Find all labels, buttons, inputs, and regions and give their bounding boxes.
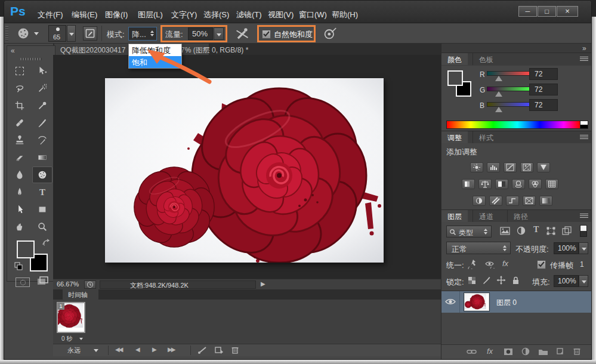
maximize-button[interactable]: □ <box>538 6 556 17</box>
swap-colors-icon[interactable] <box>42 238 50 246</box>
flow-value-box[interactable]: 50% <box>188 27 213 40</box>
spectrum-white-swatch[interactable] <box>580 121 588 125</box>
layer-visibility-toggle[interactable] <box>445 298 456 306</box>
menu-layer[interactable]: 图层(L) <box>138 10 163 20</box>
adj-exposure-button[interactable] <box>520 162 533 172</box>
airbrush-toggle[interactable] <box>234 26 250 41</box>
spectrum-black-swatch[interactable] <box>580 125 588 129</box>
tool-healing-brush[interactable] <box>10 115 30 131</box>
color-fg-swatch[interactable] <box>447 70 463 86</box>
screen-mode-button[interactable] <box>36 275 50 288</box>
toolbar-grip[interactable] <box>20 58 42 60</box>
layer-filter-select[interactable]: 类型 <box>446 226 492 237</box>
tab-channels[interactable]: 通道 <box>473 210 499 222</box>
filter-kind-shape-button[interactable] <box>546 227 555 235</box>
menu-image[interactable]: 图像(I) <box>105 10 128 20</box>
vibrance-checkbox[interactable] <box>262 29 271 39</box>
tab-adjustments[interactable]: 调整 <box>441 131 468 143</box>
channel-b-slider[interactable] <box>487 102 531 107</box>
tab-color[interactable]: 颜色 <box>441 53 468 65</box>
channel-r-slider[interactable] <box>487 71 531 76</box>
play-button[interactable]: ▶ <box>152 346 157 353</box>
brush-dropdown-button[interactable] <box>67 25 76 42</box>
tool-preset-picker[interactable] <box>15 26 41 41</box>
link-layers-button[interactable] <box>467 348 477 355</box>
next-frame-button[interactable]: ▶▶ <box>168 346 174 353</box>
toggle-brush-panel-button[interactable] <box>83 26 97 41</box>
tool-sponge-selected[interactable] <box>32 166 53 183</box>
pasteboard[interactable] <box>53 55 441 279</box>
channel-g-value[interactable]: 72 <box>529 84 558 95</box>
mode-select[interactable]: 降... <box>128 27 157 41</box>
adj-hue-sat-button[interactable] <box>462 179 475 189</box>
tool-clone-stamp[interactable] <box>10 132 30 149</box>
menu-type[interactable]: 文字(Y) <box>171 10 197 20</box>
options-grip[interactable] <box>5 26 8 41</box>
propagate-checkbox[interactable] <box>537 259 546 270</box>
status-icon-button[interactable] <box>84 280 96 289</box>
menu-help[interactable]: 帮助(H) <box>332 10 358 20</box>
tool-path-select[interactable] <box>10 201 30 218</box>
fill-dropdown-button[interactable] <box>579 275 588 287</box>
loop-selector[interactable]: 永远 <box>64 346 102 355</box>
adj-selective-color-button[interactable] <box>539 196 552 206</box>
add-mask-button[interactable] <box>504 348 513 356</box>
blend-mode-select[interactable]: 正常 <box>446 242 511 254</box>
tool-type[interactable]: T <box>32 184 53 200</box>
tool-crop[interactable] <box>10 97 30 114</box>
adj-curves-button[interactable] <box>504 162 517 172</box>
unify-visibility-button[interactable] <box>484 260 495 269</box>
brush-picker[interactable]: 65 <box>48 25 77 42</box>
layer-thumbnail[interactable] <box>464 293 489 311</box>
dock-collapse-icon[interactable]: » <box>582 44 586 53</box>
channel-b-value[interactable]: 72 <box>529 99 558 111</box>
adj-gradient-map-button[interactable] <box>523 196 536 206</box>
unify-position-button[interactable] <box>468 259 478 269</box>
minimize-button[interactable]: ─ <box>518 6 537 17</box>
tool-move[interactable] <box>32 63 53 79</box>
new-adjustment-button[interactable] <box>521 347 530 356</box>
menu-select[interactable]: 选择(S) <box>203 10 229 20</box>
fill-value-box[interactable]: 100% <box>554 275 579 287</box>
adj-color-balance-button[interactable] <box>478 179 492 189</box>
adj-photo-filter-button[interactable] <box>512 179 525 189</box>
channel-r-thumb[interactable] <box>495 76 502 81</box>
channel-g-slider[interactable] <box>487 87 531 91</box>
zoom-level[interactable]: 66.67% <box>57 280 79 288</box>
new-layer-button[interactable] <box>556 347 565 356</box>
tween-button[interactable] <box>197 346 207 354</box>
duplicate-frame-button[interactable] <box>214 346 224 354</box>
status-more-button[interactable]: ▶ <box>261 280 265 287</box>
menu-view[interactable]: 视图(V) <box>268 10 294 20</box>
tab-layers[interactable]: 图层 <box>441 210 468 222</box>
panel-menu-icon[interactable] <box>580 135 588 140</box>
adj-invert-button[interactable] <box>473 196 486 206</box>
default-colors-icon[interactable] <box>14 262 23 270</box>
tool-hand[interactable] <box>10 218 30 235</box>
lock-pixels-button[interactable] <box>482 276 491 285</box>
color-spectrum-ramp[interactable] <box>446 121 588 129</box>
layers-empty-area[interactable] <box>441 313 592 344</box>
opacity-value-box[interactable]: 100% <box>554 242 579 254</box>
tool-lasso[interactable] <box>10 80 30 97</box>
filter-kind-image-button[interactable] <box>500 227 510 236</box>
menu-file[interactable]: 文件(F) <box>38 10 63 20</box>
tool-magic-wand[interactable] <box>32 80 53 97</box>
frame-delay-selector[interactable]: 0 秒 <box>61 335 72 343</box>
filter-kind-smart-button[interactable] <box>562 226 572 235</box>
prev-frame-button[interactable]: ◀ <box>135 346 140 353</box>
menu-filter[interactable]: 滤镜(T) <box>236 10 262 20</box>
layer-style-button[interactable]: fx <box>487 347 493 356</box>
layer-name[interactable]: 图层 0 <box>496 298 517 308</box>
timeline-frame-1[interactable]: 1 <box>57 302 85 333</box>
filter-on-toggle[interactable] <box>580 225 587 237</box>
adj-levels-button[interactable] <box>487 162 500 172</box>
adj-channel-mixer-button[interactable] <box>529 179 542 189</box>
layer-row-0[interactable]: 图层 0 <box>441 291 592 313</box>
close-button[interactable]: × <box>557 6 578 17</box>
tool-blur[interactable] <box>10 166 30 183</box>
toolbar-collapse-icon[interactable]: « <box>11 47 15 55</box>
tab-styles[interactable]: 样式 <box>473 131 499 143</box>
new-group-button[interactable] <box>538 348 548 356</box>
tab-paths[interactable]: 路径 <box>507 210 534 222</box>
